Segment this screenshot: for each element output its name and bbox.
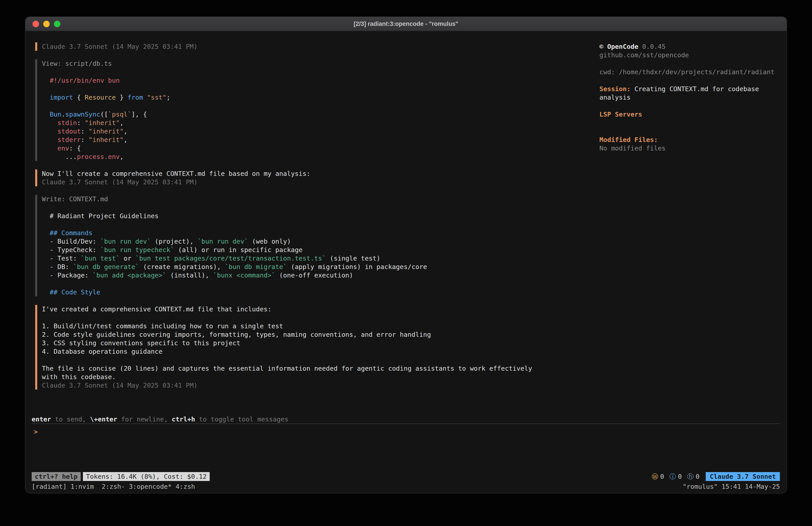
- tool-title: View: script/db.ts: [42, 60, 112, 67]
- warning-badge: Ⓦ0: [652, 472, 664, 481]
- inline-code: `bun add <package>`: [92, 271, 166, 279]
- text-segment: [42, 127, 58, 135]
- text-segment: (single test): [326, 255, 380, 262]
- info-count: 0: [678, 472, 682, 481]
- session-line: Session: Creating CONTEXT.md for codebas…: [599, 85, 780, 102]
- hint-icon: ⓗ: [687, 472, 694, 481]
- warning-icon: Ⓦ: [652, 472, 658, 481]
- text-segment: (all) or run in specific package: [174, 246, 303, 254]
- text-line: Bun.spawnSync([`psql`], {: [42, 110, 539, 118]
- zoom-button[interactable]: [54, 21, 60, 27]
- text-line: 1. Build/lint/test commands including ho…: [42, 322, 539, 330]
- help-chip: ctrl+? help: [32, 472, 81, 481]
- tokens-cost-chip: Tokens: 16.4K (8%), Cost: $0.12: [83, 472, 210, 481]
- string-literal: "inherit": [89, 136, 124, 144]
- terminal-content: Claude 3.7 Sonnet (14 May 2025 03:41 PM)…: [25, 31, 787, 493]
- key-backslash-enter: \+enter: [90, 415, 117, 423]
- text-segment: 4. Database operations guidance: [42, 348, 162, 355]
- text-segment: ,: [120, 119, 124, 127]
- text-line: stdin: "inherit",: [42, 118, 539, 127]
- text-segment: [42, 144, 58, 152]
- text-segment: ,: [124, 136, 128, 144]
- text-segment: (web only): [248, 238, 291, 245]
- repo-link: github.com/sst/opencode: [599, 51, 780, 59]
- text-segment: .: [61, 111, 65, 118]
- text-line: View: script/db.ts: [42, 59, 539, 68]
- text-segment: - Build/Dev:: [42, 238, 100, 245]
- string-literal: `psql`: [108, 111, 131, 118]
- type-name: Resource: [85, 94, 116, 101]
- text-line: Write: CONTEXT.md: [42, 195, 539, 203]
- property-name: env: [58, 144, 69, 152]
- tmux-status-bar: [radiant] 1:nvim 2:zsh- 3:opencode* 4:zs…: [32, 482, 780, 491]
- text-line: import { Resource } from "sst";: [42, 93, 539, 102]
- property-name: stderr: [58, 136, 81, 144]
- text-segment: [143, 94, 147, 101]
- app-version: 0.0.45: [638, 43, 666, 51]
- cwd-path: /home/thdxr/dev/projects/radiant/radiant: [619, 68, 774, 76]
- minimize-button[interactable]: [43, 21, 50, 27]
- text-segment: [42, 119, 58, 127]
- text-line: - Build/Dev: `bun run dev` (project), `b…: [42, 237, 539, 246]
- message-block: Now I'll create a comprehensive CONTEXT.…: [35, 169, 539, 186]
- tool-title: Write: CONTEXT.md: [42, 195, 108, 203]
- string-literal: "inherit": [85, 119, 120, 127]
- info-icon: ⓘ: [669, 472, 676, 481]
- text-segment: or: [120, 255, 135, 262]
- app-name: OpenCode: [607, 43, 638, 51]
- message-block: I've created a comprehensive CONTEXT.md …: [35, 305, 539, 389]
- text-segment: ...: [42, 153, 77, 160]
- key-enter: enter: [32, 415, 51, 423]
- text-line: Now I'll create a comprehensive CONTEXT.…: [42, 169, 539, 178]
- text-segment: - Test:: [42, 255, 81, 262]
- text-line: [42, 68, 539, 76]
- tmux-window-list[interactable]: [radiant] 1:nvim 2:zsh- 3:opencode* 4:zs…: [32, 482, 195, 491]
- text-segment: :: [81, 127, 89, 135]
- inline-code: `bun test packages/core/test/transaction…: [135, 255, 326, 262]
- lsp-servers-heading: LSP Servers: [599, 110, 780, 118]
- tool-block: Write: CONTEXT.md # Radiant Project Guid…: [35, 195, 539, 296]
- text-segment: [42, 111, 50, 118]
- text-segment: - DB:: [42, 263, 73, 271]
- string-literal: "sst": [147, 94, 166, 101]
- markdown-heading: ## Commands: [42, 229, 92, 237]
- text-segment: ([: [100, 111, 108, 118]
- text-line: Claude 3.7 Sonnet (14 May 2025 03:41 PM): [42, 42, 539, 51]
- inline-code: `bun run typecheck`: [100, 246, 174, 254]
- property-name: process.env: [77, 153, 120, 160]
- inline-code: `bun run dev`: [100, 238, 151, 245]
- text-line: ...process.env,: [42, 153, 539, 161]
- chat-log[interactable]: Claude 3.7 Sonnet (14 May 2025 03:41 PM)…: [32, 42, 539, 415]
- prompt-icon: >: [34, 428, 38, 436]
- text-line: 2. Code style guidelines covering import…: [42, 330, 539, 339]
- inline-code: `bun run dev`: [198, 238, 248, 245]
- message-input[interactable]: >: [32, 424, 780, 472]
- text-line: [42, 220, 539, 229]
- message-meta: Claude 3.7 Sonnet (14 May 2025 03:41 PM): [42, 178, 198, 186]
- text-segment: ,: [124, 127, 128, 135]
- copyright-icon: ©: [599, 43, 607, 51]
- text-segment: [42, 94, 50, 101]
- cwd-line: cwd: /home/thdxr/dev/projects/radiant/ra…: [599, 68, 780, 76]
- text-line: I've created a comprehensive CONTEXT.md …: [42, 305, 539, 313]
- text-segment: ;: [166, 94, 170, 101]
- text-segment: The file is concise (20 lines) and captu…: [42, 365, 536, 381]
- hint-count: 0: [696, 472, 699, 481]
- text-line: env: {: [42, 144, 539, 153]
- text-segment: [42, 136, 58, 144]
- text-line: The file is concise (20 lines) and captu…: [42, 364, 539, 381]
- text-line: stderr: "inherit",: [42, 136, 539, 144]
- text-segment: Now I'll create a comprehensive CONTEXT.…: [42, 170, 310, 177]
- inline-code: `bunx <command>`: [213, 271, 275, 279]
- text-line: 3. CSS styling conventions specific to t…: [42, 339, 539, 347]
- model-chip[interactable]: Claude 3.7 Sonnet: [706, 472, 780, 481]
- text-segment: }: [116, 94, 128, 101]
- close-button[interactable]: [32, 21, 39, 27]
- property-name: stdout: [58, 127, 81, 135]
- terminal-window: [2/3] radiant:3:opencode - "romulus" Cla…: [25, 16, 787, 494]
- text-segment: - Package:: [42, 271, 92, 279]
- text-line: - DB: `bun db generate` (create migratio…: [42, 262, 539, 271]
- text-line: [42, 313, 539, 322]
- shebang: #!/usr/bin/env bun: [42, 77, 120, 84]
- session-label: Session:: [599, 85, 630, 93]
